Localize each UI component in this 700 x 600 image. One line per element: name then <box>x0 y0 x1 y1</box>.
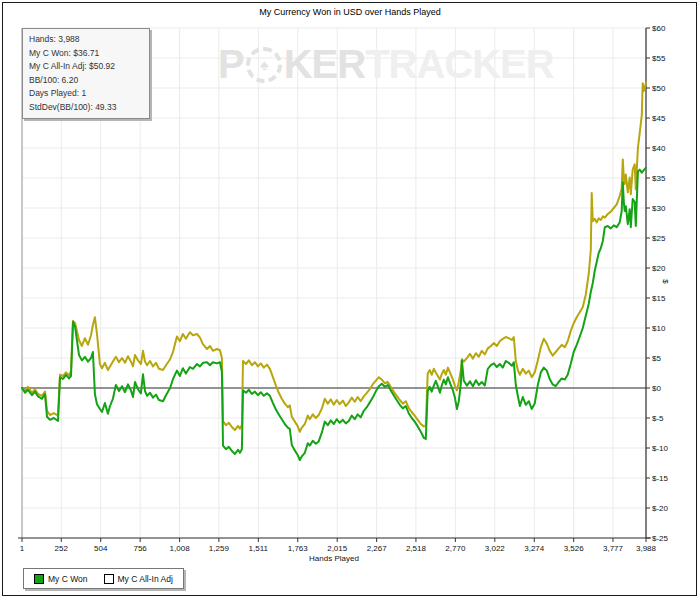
watermark-text-tracker: TRACKER <box>365 42 554 87</box>
svg-text:3,988: 3,988 <box>636 544 657 553</box>
svg-text:252: 252 <box>55 544 69 553</box>
svg-text:$20: $20 <box>652 264 666 273</box>
svg-text:$0: $0 <box>652 384 661 393</box>
stat-bb-100: BB/100: 6.20 <box>29 74 145 88</box>
svg-text:$-15: $-15 <box>652 474 669 483</box>
spade-icon: ♠ <box>260 57 267 72</box>
svg-text:2,267: 2,267 <box>367 544 388 553</box>
watermark-text-p: P <box>218 42 244 87</box>
legend-label: My C Won <box>48 574 88 584</box>
svg-text:2,518: 2,518 <box>406 544 427 553</box>
svg-text:$-10: $-10 <box>652 444 669 453</box>
svg-text:1,008: 1,008 <box>170 544 191 553</box>
legend-item-my-c-won[interactable]: My C Won <box>34 574 88 584</box>
poker-chip-icon: ♠ <box>246 47 282 83</box>
svg-text:$55: $55 <box>652 54 666 63</box>
y-axis-title: $ <box>661 279 670 283</box>
svg-text:1,259: 1,259 <box>209 544 230 553</box>
legend-item-my-c-all-in-adj[interactable]: My C All-In Adj <box>104 574 173 584</box>
svg-text:$45: $45 <box>652 114 666 123</box>
svg-text:3,022: 3,022 <box>485 544 506 553</box>
svg-text:3,274: 3,274 <box>524 544 545 553</box>
stat-my-c-all-in-adj: My C All-In Adj: $50.92 <box>29 60 145 74</box>
my-c-won-swatch-icon <box>34 574 44 584</box>
pokertracker-watermark: P♠KERTRACKER <box>218 42 554 87</box>
svg-text:$30: $30 <box>652 204 666 213</box>
svg-text:1: 1 <box>20 544 25 553</box>
svg-text:$5: $5 <box>652 354 661 363</box>
stat-days-played: Days Played: 1 <box>29 87 145 101</box>
svg-text:Hands Played: Hands Played <box>309 554 359 563</box>
svg-text:$10: $10 <box>652 324 666 333</box>
stat-stddev: StdDev(BB/100): 49.33 <box>29 101 145 115</box>
pokertracker-graph-window: My Currency Won in USD over Hands Played… <box>0 0 700 600</box>
svg-text:$15: $15 <box>652 294 666 303</box>
svg-text:$-25: $-25 <box>652 534 669 543</box>
svg-text:$-5: $-5 <box>652 414 664 423</box>
stat-hands: Hands: 3,988 <box>29 33 145 47</box>
svg-text:2,015: 2,015 <box>327 544 348 553</box>
my-c-all-in-adj-swatch-icon <box>104 574 114 584</box>
svg-text:1,763: 1,763 <box>288 544 309 553</box>
session-stats-box: Hands: 3,988 My C Won: $36.71 My C All-I… <box>22 28 150 119</box>
svg-text:756: 756 <box>133 544 147 553</box>
svg-text:$25: $25 <box>652 234 666 243</box>
svg-text:$-20: $-20 <box>652 504 669 513</box>
chart-legend: My C Won My C All-In Adj <box>23 568 184 589</box>
svg-text:2,770: 2,770 <box>445 544 466 553</box>
svg-text:3,777: 3,777 <box>603 544 624 553</box>
svg-text:3,526: 3,526 <box>564 544 585 553</box>
watermark-text-ker: KER <box>284 42 365 87</box>
svg-text:$50: $50 <box>652 84 666 93</box>
stat-my-c-won: My C Won: $36.71 <box>29 47 145 61</box>
svg-text:$60: $60 <box>652 24 666 33</box>
svg-text:504: 504 <box>94 544 108 553</box>
svg-text:$35: $35 <box>652 174 666 183</box>
svg-text:1,511: 1,511 <box>249 544 269 553</box>
svg-text:$40: $40 <box>652 144 666 153</box>
legend-label: My C All-In Adj <box>118 574 173 584</box>
